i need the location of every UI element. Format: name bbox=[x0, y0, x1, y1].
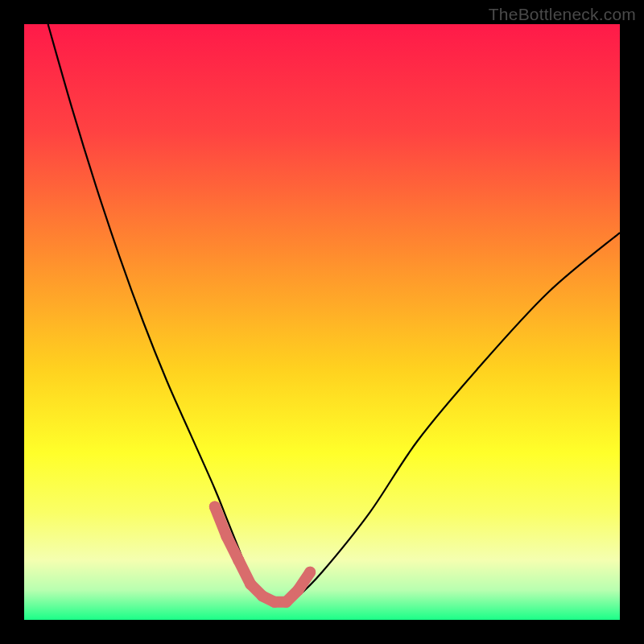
chart-svg bbox=[24, 24, 620, 620]
optimal-marker bbox=[269, 597, 280, 608]
optimal-marker bbox=[233, 555, 244, 566]
optimal-marker bbox=[281, 597, 292, 608]
plot-area bbox=[24, 24, 620, 620]
watermark-text: TheBottleneck.com bbox=[489, 5, 636, 24]
optimal-marker bbox=[209, 501, 221, 512]
optimal-marker bbox=[245, 579, 256, 590]
optimal-marker bbox=[257, 590, 268, 601]
optimal-marker bbox=[304, 567, 316, 578]
optimal-marker bbox=[292, 584, 303, 596]
bottleneck-curve bbox=[48, 24, 620, 603]
optimal-marker bbox=[221, 530, 233, 542]
